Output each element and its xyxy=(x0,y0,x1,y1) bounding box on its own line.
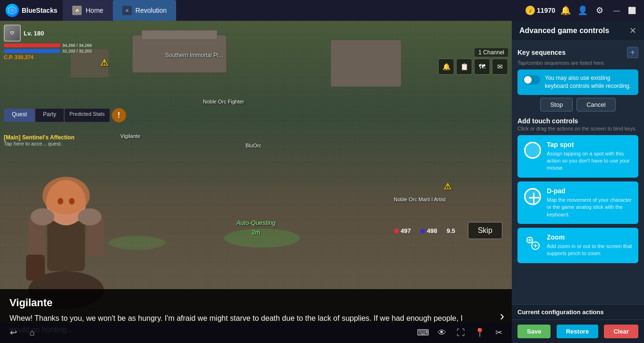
key-sequences-section: Key sequences + Tap/combo sequences are … xyxy=(517,47,638,111)
bottom-toolbar: ↩ ⌂ ⌨ 👁 ⛶ 📍 ✂ xyxy=(0,322,512,343)
map-icon[interactable]: 🗺 xyxy=(474,59,490,75)
stop-button[interactable]: Stop xyxy=(540,98,573,111)
keyboard-toggle[interactable] xyxy=(523,75,540,85)
main-area: 🛡 Lv. 180 34,266 / 34,266 32,202 / 32,20… xyxy=(0,21,644,343)
combat-val-2: 498 xyxy=(427,227,437,234)
home-tab[interactable]: 🏠 Home xyxy=(63,0,112,21)
quest-title: [Main] Sentinel's Affection xyxy=(4,134,75,141)
dialog-character-name: Vigilante xyxy=(9,297,483,309)
game-viewport[interactable]: 🛡 Lv. 180 34,266 / 34,266 32,202 / 32,20… xyxy=(0,21,512,343)
minimize-button[interactable]: — xyxy=(610,4,623,17)
dpad-icon-container xyxy=(523,187,542,206)
zoom-title: Zoom xyxy=(547,233,633,241)
tap-spot-icon xyxy=(523,141,542,160)
toggle-knob xyxy=(524,76,532,84)
warning-icon-2: ⚠ xyxy=(444,181,451,192)
keyboard-icon[interactable]: ⌨ xyxy=(415,325,431,340)
party-tab-button[interactable]: Party xyxy=(35,108,64,122)
current-config-label: Current configuration actions xyxy=(512,304,644,319)
zoom-info: Zoom Add zoom in or out to the screen th… xyxy=(547,233,633,257)
panel-header: Advanced game controls ✕ xyxy=(512,21,644,41)
right-panel: Advanced game controls ✕ Key sequences +… xyxy=(512,21,644,343)
add-touch-section: Add touch controls Click or drag the act… xyxy=(517,117,638,267)
dpad-title: D-pad xyxy=(547,187,633,195)
top-bar: BlueStacks 🏠 Home ⚔ Revolution 💰 11970 🔔… xyxy=(0,0,644,21)
cancel-button[interactable]: Cancel xyxy=(576,98,615,111)
dpad-card[interactable]: D-pad Map the movement of your character… xyxy=(517,181,638,224)
combat-val-3: 9.5 xyxy=(447,227,455,234)
skip-button[interactable]: Skip xyxy=(468,222,502,239)
dpad-info: D-pad Map the movement of your character… xyxy=(547,187,633,218)
hud-icons: 1 Channel xyxy=(475,48,508,57)
svg-marker-1 xyxy=(10,8,15,13)
hud-action-icons: 🔔 📋 🗺 ✉ xyxy=(438,59,508,75)
hp-bar-container: 34,266 / 34,266 32,202 / 32,202 C.P. 330… xyxy=(4,43,92,60)
channel-badge: 1 Channel xyxy=(475,48,508,57)
combat-val-1: 497 xyxy=(401,227,411,234)
mp-text: 32,202 / 32,202 xyxy=(62,49,92,53)
bluestacks-logo: BlueStacks xyxy=(0,4,63,17)
keyboard-toggle-card: You may also use existing keyboard contr… xyxy=(517,69,638,95)
notification-icon[interactable]: 🔔 xyxy=(559,4,572,17)
top-right: 💰 11970 🔔 👤 ⚙ — ⬜ xyxy=(525,4,644,17)
game-icon: ⚔ xyxy=(122,6,132,15)
tap-spot-card[interactable]: Tap spot Assign tapping on a spot with t… xyxy=(517,135,638,178)
back-icon[interactable]: ↩ xyxy=(6,325,21,340)
save-button[interactable]: Save xyxy=(517,325,551,338)
tap-spot-desc: Assign tapping on a spot with this actio… xyxy=(547,150,633,172)
dialog-next-arrow[interactable]: › xyxy=(500,309,504,324)
coin-amount: 11970 xyxy=(537,7,555,14)
hp-text: 34,266 / 34,266 xyxy=(62,43,92,48)
maximize-button[interactable]: ⬜ xyxy=(625,4,638,17)
player-level: Lv. 180 xyxy=(24,30,44,37)
bell-icon[interactable]: 🔔 xyxy=(438,59,454,75)
scissors-icon[interactable]: ✂ xyxy=(491,325,506,340)
tap-spot-title: Tap spot xyxy=(547,141,633,148)
panel-footer: Save Restore Clear xyxy=(512,319,644,343)
action-row: Stop Cancel xyxy=(517,98,638,111)
player-hud: 🛡 Lv. 180 34,266 / 34,266 32,202 / 32,20… xyxy=(4,25,92,60)
quest-tabs: Quest Party Predicted Stats ! xyxy=(4,108,126,122)
predict-tab-button[interactable]: Predicted Stats xyxy=(64,108,110,122)
chat-icon-hud[interactable]: ✉ xyxy=(492,59,508,75)
auto-quest-label: Auto-Questing xyxy=(236,219,275,226)
add-sequence-button[interactable]: + xyxy=(627,47,638,58)
zoom-card[interactable]: Zoom Add zoom in or out to the screen th… xyxy=(517,228,638,263)
quest-info: [Main] Sentinel's Affection Tap here to … xyxy=(4,134,75,146)
zoom-icon xyxy=(523,233,542,252)
coin-icon: 💰 xyxy=(525,6,535,15)
home-game-icon[interactable]: ⌂ xyxy=(25,325,40,340)
add-touch-subtitle: Click or drag the actions on the screen … xyxy=(517,126,638,131)
key-sequences-title: Key sequences xyxy=(517,49,566,56)
distance-label: 2m xyxy=(252,229,260,236)
panel-close-button[interactable]: ✕ xyxy=(629,26,636,36)
warning-badge: ! xyxy=(112,108,126,122)
clear-button[interactable]: Clear xyxy=(604,325,638,338)
quest-tab-button[interactable]: Quest xyxy=(4,108,35,122)
key-sequences-subtitle: Tap/combo sequences are listed here. xyxy=(517,60,638,66)
dpad-desc: Map the movement of your character or th… xyxy=(547,197,633,218)
panel-body: Key sequences + Tap/combo sequences are … xyxy=(512,41,644,304)
home-icon: 🏠 xyxy=(72,6,82,15)
location-pin-icon[interactable]: 📍 xyxy=(472,325,487,340)
location-text: Southern Immortal Pl... xyxy=(165,52,223,59)
window-controls: — ⬜ xyxy=(610,4,638,17)
bluestacks-name: BlueStacks xyxy=(22,7,57,14)
quest-icon[interactable]: 📋 xyxy=(456,59,472,75)
hud-top: 🛡 Lv. 180 34,266 / 34,266 32,202 / 32,20… xyxy=(4,25,512,60)
fullscreen-icon[interactable]: ⛶ xyxy=(453,325,468,340)
account-icon[interactable]: 👤 xyxy=(576,4,589,17)
add-touch-title: Add touch controls xyxy=(517,117,638,125)
svg-line-25 xyxy=(532,242,533,243)
zoom-desc: Add zoom in or out to the screen that su… xyxy=(547,243,633,257)
toggle-text: You may also use existing keyboard contr… xyxy=(545,74,633,90)
coin-display: 💰 11970 xyxy=(525,6,555,15)
game-tab[interactable]: ⚔ Revolution xyxy=(113,0,176,21)
warning-icon-1: ⚠ xyxy=(101,58,108,68)
tap-spot-info: Tap spot Assign tapping on a spot with t… xyxy=(547,141,633,172)
level-badge: 🛡 Lv. 180 xyxy=(4,25,92,42)
restore-button[interactable]: Restore xyxy=(557,325,598,338)
eye-icon[interactable]: 👁 xyxy=(434,325,449,340)
settings-icon[interactable]: ⚙ xyxy=(593,4,606,17)
shield-hud-icon: 🛡 xyxy=(4,25,21,42)
